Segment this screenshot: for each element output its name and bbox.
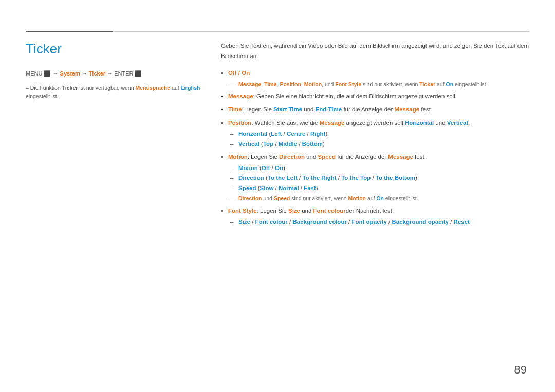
position-sub-list: Horizontal (Left / Centre / Right) Verti…: [230, 129, 529, 149]
list-item-message: Message: Geben Sie eine Nachricht ein, d…: [221, 91, 529, 102]
intro-text: Geben Sie Text ein, während ein Video od…: [221, 41, 529, 61]
position-sub-vertical: Vertical (Top / Middle / Bottom): [230, 139, 529, 150]
page-title: Ticker: [26, 41, 206, 57]
list-item-motion: Motion: Legen Sie Direction und Speed fü…: [221, 152, 529, 203]
list-item-position: Position: Wählen Sie aus, wie die Messag…: [221, 118, 529, 150]
motion-sub-speed: Speed (Slow / Normal / Fast): [230, 183, 529, 194]
left-note: – Die Funktion Ticker ist nur verfügbar,…: [26, 84, 206, 101]
page-number: 89: [514, 363, 527, 377]
list-item-time: Time: Legen Sie Start Time und End Time …: [221, 105, 529, 115]
position-sub-horizontal: Horizontal (Left / Centre / Right): [230, 129, 529, 139]
font-style-sub-list: Size / Font colour / Background colour /…: [230, 217, 529, 228]
right-column: Geben Sie Text ein, während ein Video od…: [221, 41, 529, 230]
list-item-font-style: Font Style: Legen Sie Size und Font colo…: [221, 206, 529, 227]
list-item-off-on: Off / On Message, Time, Position, Motion…: [221, 68, 529, 88]
top-line-accent: [26, 31, 113, 32]
motion-sub-motion: Motion (Off / On): [230, 163, 529, 174]
font-style-sub-options: Size / Font colour / Background colour /…: [230, 217, 529, 228]
motion-sub-list: Motion (Off / On) Direction (To the Left…: [230, 163, 529, 194]
bullet-list: Off / On Message, Time, Position, Motion…: [221, 68, 529, 227]
divider-note-off-on: Message, Time, Position, Motion, und Fon…: [228, 80, 529, 89]
divider-note-text: Message, Time, Position, Motion, und Fon…: [238, 80, 488, 89]
divider-note-motion: Direction und Speed sind nur aktiviert, …: [228, 194, 529, 203]
left-column: Ticker MENU ⬛ → System → Ticker → ENTER …: [26, 41, 206, 101]
menu-path: MENU ⬛ → System → Ticker → ENTER ⬛: [26, 69, 206, 79]
motion-sub-direction: Direction (To the Left / To the Right / …: [230, 173, 529, 183]
divider-note-motion-text: Direction und Speed sind nur aktiviert, …: [238, 194, 418, 203]
